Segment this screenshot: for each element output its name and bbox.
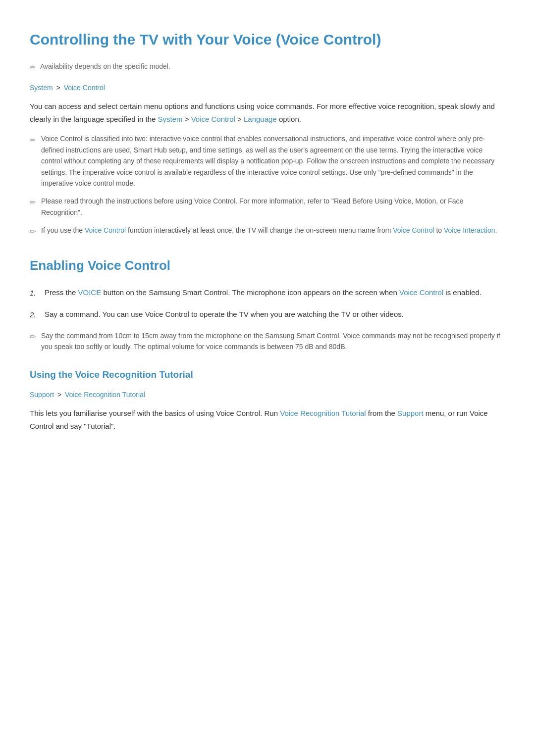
note-item-1: ✏ Voice Control is classified into two: … xyxy=(30,133,505,189)
pencil-icon-note2: ✏ xyxy=(30,197,36,208)
note-text-3-content: If you use the Voice Control function in… xyxy=(41,225,497,236)
intro-arrow: > xyxy=(183,115,191,123)
tutorial-support-link[interactable]: Support xyxy=(397,409,424,417)
intro-link3: > xyxy=(235,115,244,123)
step1-voice-control-link[interactable]: Voice Control xyxy=(399,288,443,297)
steps-list: 1. Press the VOICE button on the Samsung… xyxy=(30,286,505,321)
intro-paragraph: You can access and select certain menu o… xyxy=(30,100,505,125)
breadcrumb-support-link[interactable]: Support xyxy=(30,391,54,399)
system-voice-control-breadcrumb: System > Voice Control xyxy=(30,82,505,93)
note-text-2: Please read through the instructions bef… xyxy=(41,196,505,218)
step-number-1: 1. xyxy=(30,287,39,300)
step1-voice-link[interactable]: VOICE xyxy=(78,288,102,297)
intro-voice-control-link[interactable]: Voice Control xyxy=(191,115,235,123)
breadcrumb-system-link[interactable]: System xyxy=(30,84,53,92)
tutorial-paragraph: This lets you familiarise yourself with … xyxy=(30,407,505,432)
breadcrumb-voice-control-link[interactable]: Voice Control xyxy=(64,84,105,92)
enabling-voice-control-title: Enabling Voice Control xyxy=(30,255,505,276)
step1-end: is enabled. xyxy=(443,288,482,297)
step-1-text: Press the VOICE button on the Samsung Sm… xyxy=(45,286,482,299)
support-tutorial-breadcrumb: Support > Voice Recognition Tutorial xyxy=(30,389,505,400)
step-1: 1. Press the VOICE button on the Samsung… xyxy=(30,286,505,300)
pencil-icon-enabling: ✏ xyxy=(30,331,36,343)
breadcrumb-separator: > xyxy=(56,84,60,92)
availability-text: Availability depends on the specific mod… xyxy=(40,61,170,72)
tutorial-recognition-link[interactable]: Voice Recognition Tutorial xyxy=(280,409,366,417)
intro-system-link[interactable]: System xyxy=(158,115,183,123)
availability-note: ✏ Availability depends on the specific m… xyxy=(30,61,505,73)
note-item-3: ✏ If you use the Voice Control function … xyxy=(30,225,505,238)
note-item-2: ✏ Please read through the instructions b… xyxy=(30,196,505,218)
note3-voice-control-link[interactable]: Voice Control xyxy=(85,226,126,234)
notes-list: ✏ Voice Control is classified into two: … xyxy=(30,133,505,238)
breadcrumb-tutorial-link[interactable]: Voice Recognition Tutorial xyxy=(65,391,145,399)
note3-text-before: If you use the xyxy=(41,226,85,234)
pencil-icon-note1: ✏ xyxy=(30,134,36,146)
tutorial-section-title: Using the Voice Recognition Tutorial xyxy=(30,367,505,382)
tutorial-text-before: This lets you familiarise yourself with … xyxy=(30,409,280,417)
breadcrumb-separator-2: > xyxy=(57,391,61,399)
note3-voice-control-link2[interactable]: Voice Control xyxy=(393,226,434,234)
enabling-note-text: Say the command from 10cm to 15cm away f… xyxy=(41,330,505,353)
note3-text-after: to xyxy=(434,226,444,234)
pencil-icon-note3: ✏ xyxy=(30,226,36,238)
enabling-note: ✏ Say the command from 10cm to 15cm away… xyxy=(30,330,505,353)
note3-text-end: . xyxy=(495,226,497,234)
note3-voice-interaction-link[interactable]: Voice Interaction xyxy=(444,226,495,234)
intro-suffix: option. xyxy=(277,115,301,123)
page-title: Controlling the TV with Your Voice (Voic… xyxy=(30,30,505,49)
note-text-1: Voice Control is classified into two: in… xyxy=(41,133,505,189)
step-number-2: 2. xyxy=(30,308,39,321)
tutorial-text-middle: from the xyxy=(366,409,397,417)
step1-before: Press the xyxy=(45,288,78,297)
step-2-text: Say a command. You can use Voice Control… xyxy=(45,308,404,321)
intro-language-link[interactable]: Language xyxy=(244,115,277,123)
step1-after: button on the Samsung Smart Control. The… xyxy=(101,288,399,297)
pencil-icon-availability: ✏ xyxy=(30,61,36,73)
note3-text-middle: function interactively at least once, th… xyxy=(126,226,393,234)
step-2: 2. Say a command. You can use Voice Cont… xyxy=(30,308,505,321)
